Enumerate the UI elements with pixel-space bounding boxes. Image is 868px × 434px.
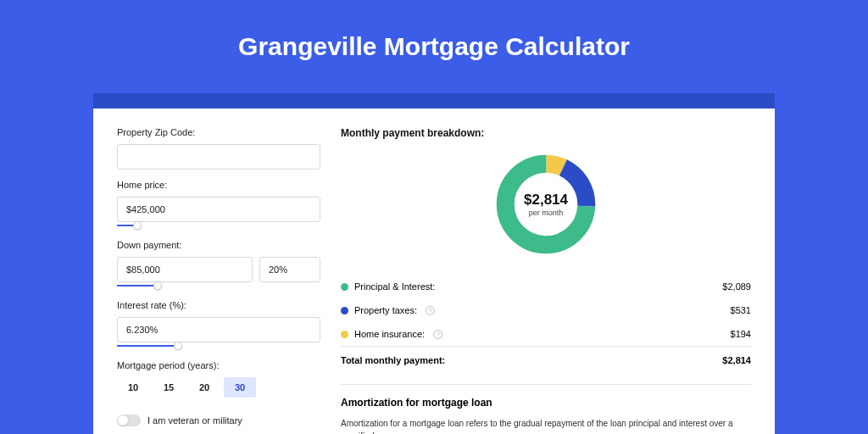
dot-icon [341,331,348,338]
home-price-label: Home price: [117,180,320,190]
toggle-knob-icon [118,415,128,426]
period-field-group: Mortgage period (years): 10 15 20 30 [117,360,320,398]
down-payment-label: Down payment: [117,240,320,250]
interest-label: Interest rate (%): [117,300,320,310]
legend-value: $531 [731,305,751,315]
home-price-slider[interactable] [117,221,320,230]
donut-sub: per month [529,209,564,217]
down-payment-pct-input[interactable] [259,257,320,282]
legend-label: Home insurance: [354,329,425,339]
interest-field-group: Interest rate (%): [117,300,320,350]
period-btn-10[interactable]: 10 [117,377,149,398]
home-price-field-group: Home price: [117,180,320,230]
donut-chart-wrap: $2,814 per month [341,151,751,258]
zip-field-group: Property Zip Code: [117,127,320,170]
amortization-block: Amortization for mortgage loan Amortizat… [341,384,751,434]
legend-label: Property taxes: [354,305,417,315]
dot-icon [341,283,348,291]
period-btn-15[interactable]: 15 [153,377,185,398]
legend-row-principal: Principal & Interest: $2,089 [341,275,751,298]
down-payment-field-group: Down payment: [117,240,320,290]
legend-value: $194 [731,329,751,339]
interest-slider[interactable] [117,342,320,350]
legend-row-insurance: Home insurance: ? $194 [341,322,751,346]
amortization-title: Amortization for mortgage loan [341,397,751,409]
home-price-input[interactable] [117,197,320,222]
period-label: Mortgage period (years): [117,360,320,370]
period-btn-20[interactable]: 20 [188,377,220,398]
dot-icon [341,307,348,314]
info-icon[interactable]: ? [426,306,435,315]
legend-value: $2,089 [722,281,751,292]
legend-label: Principal & Interest: [354,281,435,292]
breakdown-title: Monthly payment breakdown: [341,127,751,139]
down-payment-input[interactable] [117,257,253,282]
down-payment-slider[interactable] [117,281,320,290]
total-label: Total monthly payment: [341,355,445,365]
period-btn-30[interactable]: 30 [224,377,256,398]
header-accent-bar [93,93,775,108]
donut-amount: $2,814 [524,192,568,209]
legend-row-total: Total monthly payment: $2,814 [341,346,751,372]
donut-center: $2,814 per month [492,151,599,258]
inputs-column: Property Zip Code: Home price: Down paym… [117,127,320,434]
veteran-toggle-row: I am veteran or military [117,415,320,426]
zip-input[interactable] [117,144,320,170]
veteran-toggle[interactable] [117,415,141,426]
page-title: Grangeville Mortgage Calculator [238,32,630,61]
interest-input[interactable] [117,317,320,342]
veteran-label: I am veteran or military [147,415,242,426]
calculator-panel: Property Zip Code: Home price: Down paym… [93,108,775,434]
legend-row-taxes: Property taxes: ? $531 [341,298,751,322]
breakdown-column: Monthly payment breakdown: $2,814 per mo… [341,127,751,434]
amortization-text: Amortization for a mortgage loan refers … [341,417,751,434]
total-value: $2,814 [722,355,751,365]
info-icon[interactable]: ? [433,330,442,339]
donut-chart: $2,814 per month [492,151,599,258]
zip-label: Property Zip Code: [117,127,320,137]
